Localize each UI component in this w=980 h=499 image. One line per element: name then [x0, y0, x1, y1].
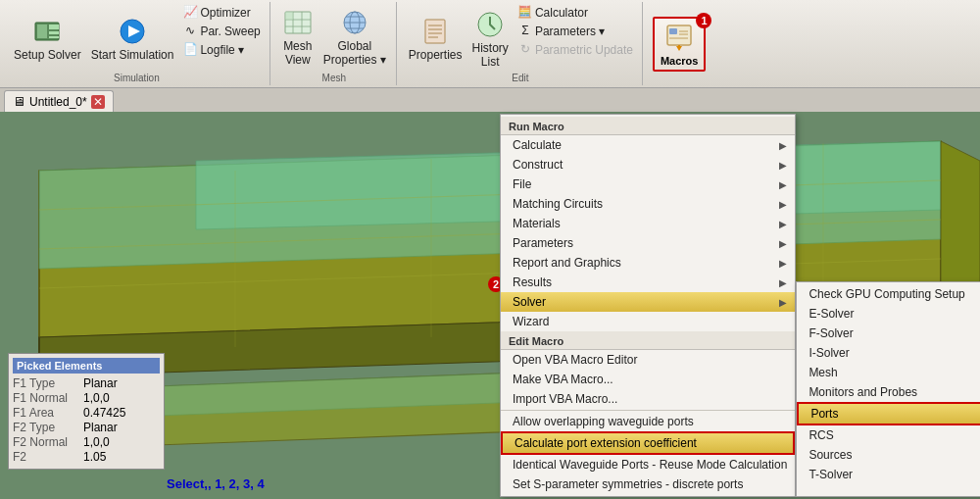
- mesh-label: Mesh: [808, 366, 837, 379]
- properties-label: Properties: [409, 48, 463, 62]
- monitors-probes-label: Monitors and Probes: [808, 385, 917, 399]
- tab-close-button[interactable]: ✕: [91, 95, 105, 109]
- calculate-label: Calculate: [513, 138, 562, 152]
- mesh-group: MeshView GlobalProperties ▾ Mesh: [272, 2, 397, 85]
- submenu-sources[interactable]: Sources ▶: [797, 445, 980, 465]
- global-properties-label: GlobalProperties ▾: [323, 39, 386, 67]
- file-label: File: [513, 177, 531, 191]
- menu-item-make-vba[interactable]: Make VBA Macro...: [501, 370, 795, 389]
- calculator-button[interactable]: 🧮 Calculator: [514, 4, 636, 22]
- picked-row-6: F2 1.05: [13, 450, 160, 464]
- submenu-i-solver[interactable]: I-Solver ▶: [797, 343, 980, 363]
- par-sweep-button[interactable]: ∿ Par. Sweep: [179, 23, 263, 40]
- t-solver-label: T-Solver: [808, 468, 853, 481]
- submenu-f-solver[interactable]: F-Solver ▶: [797, 324, 980, 343]
- open-vba-label: Open VBA Macro Editor: [513, 353, 637, 367]
- submenu-e-solver[interactable]: E-Solver ▶: [797, 304, 980, 324]
- picked-val-5: 1,0,0: [83, 435, 110, 449]
- parameters-arrow: ▶: [779, 238, 787, 249]
- menu-item-calculate[interactable]: Calculate ▶: [501, 135, 795, 155]
- submenu-ports[interactable]: Ports ▶: [797, 402, 980, 425]
- svg-rect-12: [285, 12, 293, 20]
- report-graphics-arrow: ▶: [779, 258, 787, 269]
- par-sweep-label: Par. Sweep: [200, 25, 260, 38]
- menu-item-results[interactable]: Results ▶: [501, 273, 795, 292]
- parametric-update-label: Parametric Update: [535, 43, 633, 57]
- macros-button[interactable]: 1 Macros: [653, 17, 707, 72]
- logfile-label: Logfile ▾: [200, 43, 244, 57]
- start-simulation-button[interactable]: Start Simulation: [87, 14, 178, 64]
- menu-item-identical-waveguide[interactable]: Identical Waveguide Ports - Reuse Mode C…: [501, 455, 795, 474]
- menu-item-parameters[interactable]: Parameters ▶: [501, 233, 795, 253]
- parametric-update-icon: ↻: [517, 42, 533, 58]
- solver-label: Solver: [513, 295, 546, 309]
- check-gpu-label: Check GPU Computing Setup: [808, 287, 964, 301]
- menu-item-s-param[interactable]: Set S-parameter symmetries - discrete po…: [501, 474, 795, 494]
- properties-button[interactable]: Properties: [405, 14, 466, 64]
- mesh-group-label: Mesh: [322, 73, 346, 83]
- import-vba-label: Import VBA Macro...: [513, 392, 617, 406]
- parameters-menu-label: Parameters: [513, 236, 573, 250]
- menu-item-solver[interactable]: Solver ▶: [501, 292, 795, 312]
- history-list-icon: [474, 9, 506, 40]
- global-properties-button[interactable]: GlobalProperties ▾: [319, 5, 390, 69]
- materials-arrow: ▶: [779, 219, 787, 229]
- picked-val-6: 1.05: [83, 450, 106, 464]
- svg-rect-4: [49, 36, 59, 38]
- parameters-label: Parameters ▾: [535, 25, 605, 38]
- parameters-button[interactable]: Σ Parameters ▾: [514, 23, 636, 40]
- tab-icon: 🖥: [13, 94, 25, 109]
- logfile-button[interactable]: 📄 Logfile ▾: [179, 41, 263, 59]
- submenu-rcs[interactable]: RCS ▶: [797, 425, 980, 445]
- picked-val-1: Planar: [83, 376, 118, 390]
- setup-solver-button[interactable]: Setup Solver: [10, 14, 85, 64]
- optimizer-button[interactable]: 📈 Optimizer: [179, 4, 263, 22]
- wizard-label: Wizard: [513, 315, 549, 328]
- menu-item-report-graphics[interactable]: Report and Graphics ▶: [501, 253, 795, 273]
- picked-val-4: Planar: [83, 421, 118, 434]
- svg-rect-2: [49, 25, 59, 29]
- menu-item-import-vba[interactable]: Import VBA Macro...: [501, 389, 795, 409]
- macros-container: 1 Macros: [645, 2, 714, 85]
- parametric-update-button[interactable]: ↻ Parametric Update: [514, 41, 636, 59]
- menu-item-calc-port[interactable]: Calculate port extension coefficient: [501, 431, 795, 455]
- setup-solver-icon: [31, 16, 63, 47]
- construct-label: Construct: [513, 158, 563, 172]
- solver-submenu: Check GPU Computing Setup E-Solver ▶ F-S…: [796, 281, 980, 497]
- matching-circuits-arrow: ▶: [779, 199, 787, 210]
- mesh-view-button[interactable]: MeshView: [278, 5, 318, 69]
- menu-item-file[interactable]: File ▶: [501, 175, 795, 194]
- calculator-label: Calculator: [535, 6, 588, 20]
- sim-small-buttons: 📈 Optimizer ∿ Par. Sweep 📄 Logfile ▾: [179, 4, 263, 73]
- menu-item-wizard[interactable]: Wizard: [501, 312, 795, 331]
- edit-macro-label: Edit Macro: [501, 331, 795, 350]
- picked-key-3: F1 Area: [13, 406, 79, 420]
- calc-port-label: Calculate port extension coefficient: [514, 436, 697, 450]
- sources-label: Sources: [808, 448, 852, 462]
- menu-item-materials[interactable]: Materials ▶: [501, 214, 795, 233]
- submenu-mesh[interactable]: Mesh: [797, 363, 980, 382]
- picked-row-2: F1 Normal 1,0,0: [13, 391, 160, 405]
- submenu-check-gpu[interactable]: Check GPU Computing Setup: [797, 284, 980, 304]
- picked-key-4: F2 Type: [13, 421, 79, 434]
- svg-rect-25: [669, 28, 677, 34]
- submenu-monitors-probes[interactable]: Monitors and Probes: [797, 382, 980, 402]
- close-icon: ✕: [93, 95, 103, 109]
- submenu-t-solver[interactable]: T-Solver ▶: [797, 465, 980, 484]
- menu-item-open-vba[interactable]: Open VBA Macro Editor: [501, 350, 795, 370]
- simulation-group-label: Simulation: [114, 73, 160, 83]
- picked-row-1: F1 Type Planar: [13, 376, 160, 390]
- allow-overlap-label: Allow overlapping waveguide ports: [513, 415, 694, 428]
- mesh-view-label: MeshView: [283, 39, 312, 67]
- history-list-button[interactable]: HistoryList: [468, 7, 513, 71]
- e-solver-label: E-Solver: [808, 307, 854, 321]
- menu-item-matching-circuits[interactable]: Matching Circuits ▶: [501, 194, 795, 214]
- optimizer-label: Optimizer: [200, 6, 250, 20]
- edit-small-buttons: 🧮 Calculator Σ Parameters ▾ ↻ Parametric…: [514, 4, 636, 73]
- menu-item-allow-overlap[interactable]: Allow overlapping waveguide ports: [501, 412, 795, 431]
- report-graphics-label: Report and Graphics: [513, 256, 621, 270]
- main-tab[interactable]: 🖥 Untitled_0* ✕: [4, 90, 114, 112]
- picked-val-2: 1,0,0: [83, 391, 110, 405]
- menu-item-construct[interactable]: Construct ▶: [501, 155, 795, 175]
- history-list-label: HistoryList: [472, 41, 509, 69]
